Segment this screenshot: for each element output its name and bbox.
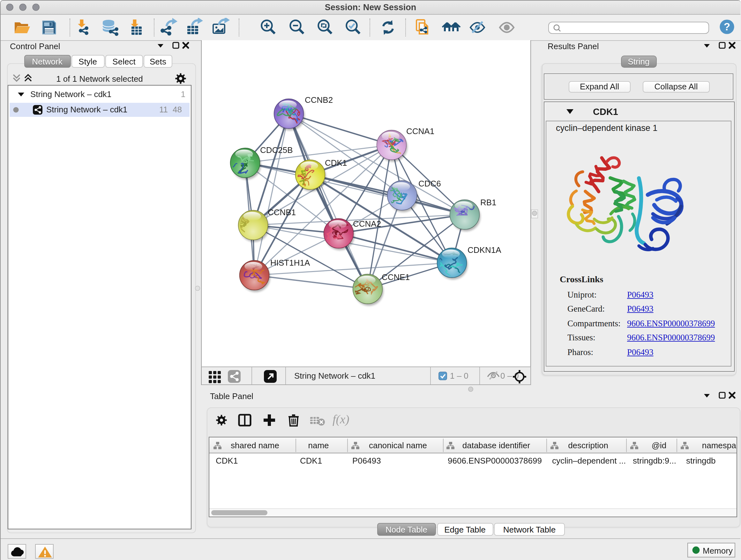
svg-text:CDKN1A: CDKN1A [468, 245, 501, 255]
svg-text:CCNE1: CCNE1 [382, 272, 410, 282]
svg-text:CDC25B: CDC25B [260, 145, 293, 155]
svg-text:RB1: RB1 [480, 198, 496, 207]
svg-text:CCNB2: CCNB2 [305, 95, 333, 105]
svg-text:CCNB1: CCNB1 [268, 207, 296, 217]
svg-text:CDK1: CDK1 [325, 158, 347, 168]
svg-text:CCNA2: CCNA2 [353, 219, 381, 229]
svg-text:?: ? [724, 21, 730, 33]
svg-text:CDC6: CDC6 [418, 179, 441, 188]
svg-text:CCNA1: CCNA1 [406, 126, 434, 136]
svg-text:HIST1H1A: HIST1H1A [270, 258, 310, 267]
